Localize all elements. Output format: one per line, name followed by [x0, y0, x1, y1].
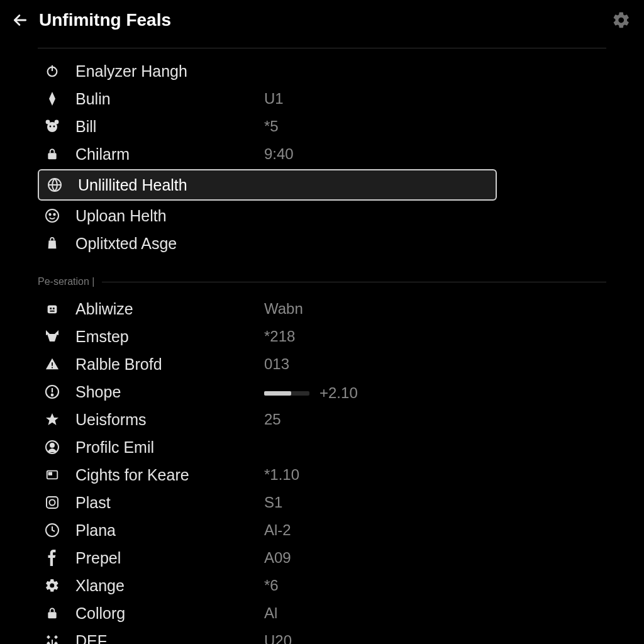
svg-point-32 — [50, 500, 55, 506]
gear2-icon — [43, 576, 62, 595]
item-value: *1.10 — [264, 466, 299, 484]
item-label: Plast — [75, 494, 264, 512]
list-item[interactable]: Plana Al-2 — [38, 516, 606, 544]
item-value: *218 — [264, 328, 295, 345]
item-value: Al — [264, 604, 277, 622]
list-item[interactable]: Bulin U1 — [38, 85, 606, 113]
item-label: Profilc Emil — [75, 438, 264, 457]
slider-fill — [264, 391, 291, 396]
item-value: 013 — [264, 355, 289, 373]
section-title: Pe-seration | — [38, 276, 94, 287]
slider-value: +2.10 — [319, 384, 358, 402]
svg-marker-26 — [46, 413, 58, 425]
item-label: Abliwize — [75, 300, 264, 318]
settings-button[interactable] — [610, 9, 633, 31]
item-label: Shope — [75, 383, 264, 401]
globe-icon — [45, 175, 64, 194]
svg-rect-9 — [48, 153, 56, 159]
item-label: Cights for Keare — [75, 466, 264, 484]
item-label: Oplitxted Asge — [75, 235, 264, 253]
power-icon — [43, 62, 62, 80]
item-value: Wabn — [264, 300, 303, 318]
svg-rect-31 — [47, 497, 58, 508]
list-item[interactable]: Cights for Keare *1.10 — [38, 461, 606, 489]
list-item[interactable]: Enalyzer Hangh — [38, 57, 606, 85]
clock-icon — [43, 521, 62, 540]
item-label: Plana — [75, 521, 264, 540]
star-icon — [43, 410, 62, 429]
header: Unfimitng Feals — [0, 0, 644, 36]
list-item[interactable]: DEF U20 — [38, 627, 606, 644]
svg-rect-17 — [50, 311, 54, 312]
list-item[interactable]: Ralble Brofd 013 — [38, 350, 606, 378]
item-label: Prepel — [75, 549, 264, 567]
item-label: Unlillited Health — [78, 176, 267, 194]
item-value: *5 — [264, 118, 279, 135]
list-item[interactable]: Ueisforms 25 — [38, 406, 606, 433]
bag-icon — [43, 234, 62, 253]
list-item-selected[interactable]: Unlillited Health — [38, 169, 497, 201]
svg-point-7 — [50, 126, 52, 128]
lock-icon — [43, 145, 62, 164]
list-section-2: Abliwize Wabn Emstep *218 Ralble Brofd 0… — [38, 295, 606, 644]
f-icon — [43, 548, 62, 567]
list-item[interactable]: Bill *5 — [38, 113, 606, 140]
gear-icon — [612, 11, 631, 30]
svg-rect-16 — [53, 308, 55, 309]
svg-point-8 — [53, 126, 55, 128]
item-label: Xlange — [75, 577, 264, 595]
circle-o-icon — [43, 493, 62, 512]
list-item[interactable]: Shope +2.10 — [38, 378, 606, 406]
back-button[interactable] — [11, 11, 29, 29]
list-item[interactable]: Collorg Al — [38, 599, 606, 627]
list-section-1: Enalyzer Hangh Bulin U1 Bill *5 — [38, 57, 606, 257]
page-title: Unfimitng Feals — [39, 10, 171, 30]
lock2-icon — [43, 604, 62, 623]
svg-point-6 — [47, 122, 57, 132]
robot-icon — [43, 299, 62, 318]
item-value: Al-2 — [264, 521, 291, 539]
list-item[interactable]: Abliwize Wabn — [38, 295, 606, 323]
svg-rect-15 — [50, 308, 52, 309]
item-value: *6 — [264, 577, 279, 594]
alert-icon — [43, 382, 62, 401]
svg-rect-34 — [48, 612, 56, 618]
svg-point-11 — [46, 209, 58, 222]
svg-rect-22 — [52, 367, 53, 369]
item-value: A09 — [264, 549, 291, 567]
list-item[interactable]: Xlange *6 — [38, 572, 606, 599]
list-item[interactable]: Profilc Emil — [38, 433, 606, 461]
item-value: 25 — [264, 411, 281, 428]
item-value: +2.10 — [264, 382, 358, 402]
list-item[interactable]: Oplitxted Asge — [38, 230, 606, 257]
item-value: S1 — [264, 494, 282, 511]
list-item[interactable]: Emstep *218 — [38, 323, 606, 350]
list-item[interactable]: Prepel A09 — [38, 544, 606, 572]
svg-rect-21 — [52, 362, 53, 366]
item-value: 9:40 — [264, 145, 294, 163]
svg-point-12 — [49, 214, 50, 215]
top-divider — [38, 48, 606, 48]
face-icon — [43, 206, 62, 225]
svg-point-25 — [52, 394, 53, 396]
slider-track[interactable] — [264, 391, 309, 396]
item-label: Ueisforms — [75, 411, 264, 429]
bear-icon — [43, 117, 62, 136]
progress: +2.10 — [264, 384, 358, 402]
warning-icon — [43, 355, 62, 374]
item-label: Ralble Brofd — [75, 355, 264, 374]
fox-icon — [43, 327, 62, 346]
item-label: Bulin — [75, 90, 264, 108]
item-value: U20 — [264, 632, 292, 644]
list-item[interactable]: Uploan Helth — [38, 202, 606, 230]
item-label: Bill — [75, 118, 264, 136]
svg-point-13 — [53, 214, 55, 215]
list-item[interactable]: Plast S1 — [38, 489, 606, 516]
svg-rect-30 — [49, 472, 52, 475]
card-icon — [43, 465, 62, 484]
arrow-left-icon — [12, 12, 28, 28]
item-label: Chilarm — [75, 145, 264, 164]
list-item[interactable]: Chilarm 9:40 — [38, 140, 606, 168]
svg-point-28 — [50, 443, 54, 447]
tools-icon — [43, 631, 62, 644]
